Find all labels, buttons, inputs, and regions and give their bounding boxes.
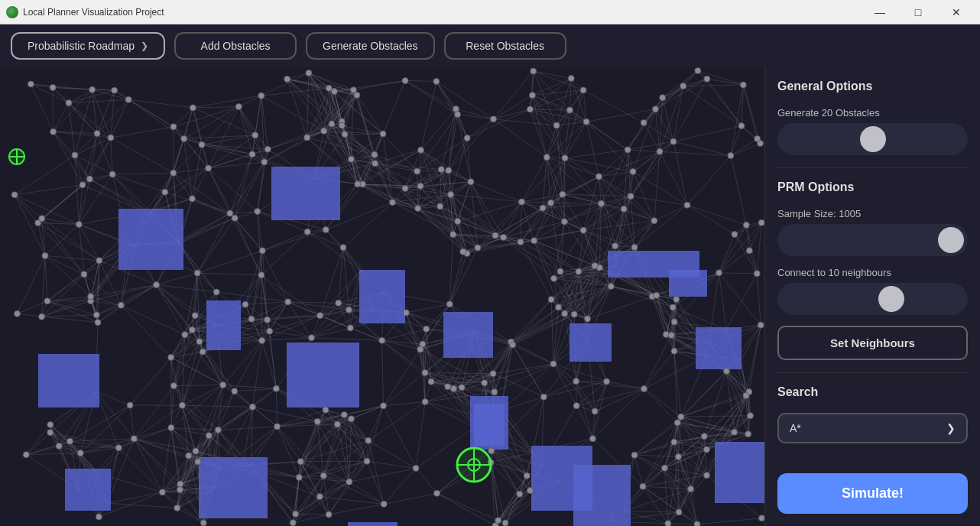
window-controls: — □ ✕: [862, 0, 974, 24]
canvas-area[interactable]: [0, 67, 764, 526]
sidebar: General Options Generate 20 Obstacles PR…: [764, 67, 980, 526]
connect-neighbours-option: Connect to 10 neighbours: [777, 267, 968, 315]
app-icon: [6, 6, 18, 18]
titlebar: Local Planner Visualization Project — □ …: [0, 0, 980, 24]
generate-obstacles-button[interactable]: Generate Obstacles: [306, 32, 435, 60]
generate-obstacles-option: Generate 20 Obstacles: [777, 107, 968, 155]
close-button[interactable]: ✕: [939, 0, 974, 24]
generate-obstacles-label: Generate Obstacles: [323, 40, 418, 52]
sample-size-toggle[interactable]: [777, 224, 968, 256]
generate-obstacles-toggle[interactable]: [777, 123, 968, 155]
connect-neighbours-label: Connect to 10 neighbours: [777, 267, 968, 278]
prm-options-section: PRM Options: [777, 180, 968, 197]
maximize-button[interactable]: □: [900, 0, 936, 24]
search-section: Search: [777, 385, 968, 402]
algorithm-select-button[interactable]: Probabilistic Roadmap ❯: [11, 32, 165, 60]
add-obstacles-button[interactable]: Add Obstacles: [174, 32, 297, 60]
prm-options-title: PRM Options: [777, 180, 968, 194]
reset-obstacles-button[interactable]: Reset Obstacles: [444, 32, 566, 60]
search-dropdown[interactable]: A* ❯: [777, 413, 968, 443]
sample-size-option: Sample Size: 1005: [777, 208, 968, 256]
divider-1: [777, 167, 968, 168]
content-area: General Options Generate 20 Obstacles PR…: [0, 67, 980, 526]
general-options-title: General Options: [777, 80, 968, 93]
reset-obstacles-label: Reset Obstacles: [466, 40, 544, 52]
app-title: Local Planner Visualization Project: [23, 7, 862, 18]
algorithm-label: Probabilistic Roadmap: [28, 40, 135, 52]
search-value: A*: [790, 422, 801, 434]
minimize-button[interactable]: —: [862, 0, 897, 24]
add-obstacles-label: Add Obstacles: [201, 40, 271, 52]
app-container: Probabilistic Roadmap ❯ Add Obstacles Ge…: [0, 24, 980, 526]
toggle-knob-generate: [860, 126, 886, 152]
roadmap-canvas[interactable]: [0, 67, 764, 526]
search-title: Search: [777, 385, 968, 399]
algorithm-dropdown-arrow: ❯: [141, 41, 148, 51]
simulate-button[interactable]: Simulate!: [777, 473, 968, 514]
toggle-knob-sample: [938, 227, 964, 253]
set-neighbours-button[interactable]: Set Neighbours: [777, 326, 968, 360]
toolbar: Probabilistic Roadmap ❯ Add Obstacles Ge…: [0, 24, 980, 67]
connect-neighbours-toggle[interactable]: [777, 283, 968, 315]
general-options-section: General Options: [777, 80, 968, 96]
divider-2: [777, 372, 968, 373]
sample-size-label: Sample Size: 1005: [777, 208, 968, 219]
toggle-knob-neighbours: [878, 286, 904, 312]
generate-obstacles-label: Generate 20 Obstacles: [777, 107, 968, 119]
search-dropdown-arrow: ❯: [946, 422, 956, 434]
